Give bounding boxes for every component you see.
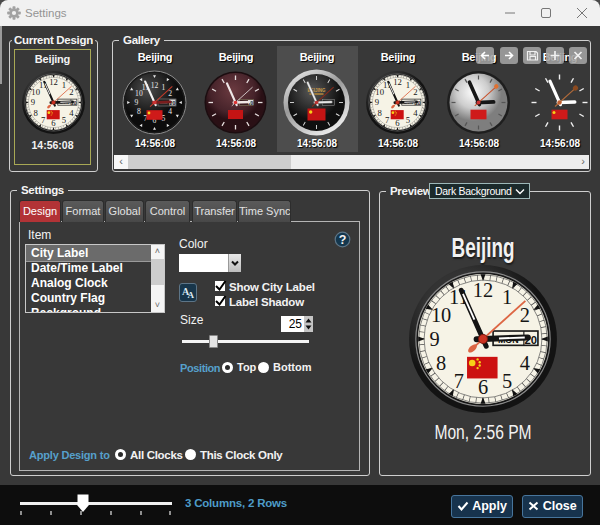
svg-text:1: 1 — [162, 83, 166, 92]
svg-text:8: 8 — [137, 107, 141, 116]
svg-text:9: 9 — [135, 98, 139, 107]
svg-text:12: 12 — [151, 81, 159, 90]
svg-text:2: 2 — [168, 89, 172, 98]
svg-text:4: 4 — [168, 107, 172, 116]
